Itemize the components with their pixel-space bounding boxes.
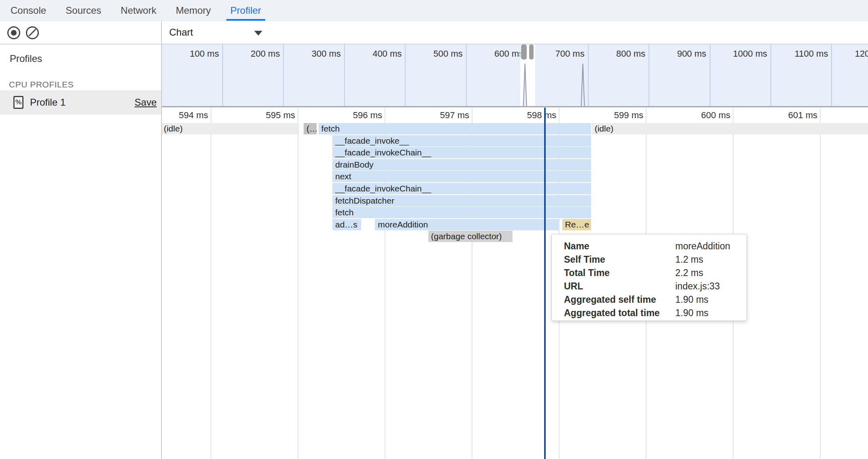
flame-bar--facade-invokechain-[interactable]: __facade_invokeChain__ bbox=[332, 183, 591, 194]
flame-bar-next[interactable]: next bbox=[332, 171, 591, 182]
tooltip-row: NamemoreAddition bbox=[552, 240, 747, 253]
tooltip-row: Total Time2.2 ms bbox=[552, 266, 747, 280]
tooltip-row: Aggregated total time1.90 ms bbox=[552, 306, 747, 320]
flame-bar-ad-s[interactable]: ad…s bbox=[332, 219, 361, 230]
profile-document-icon: % bbox=[13, 96, 23, 109]
ruler-tick-label: 600 ms bbox=[649, 110, 730, 121]
flame-gridline bbox=[298, 108, 298, 459]
tooltip-value: moreAddition bbox=[675, 240, 730, 253]
flame-bar-drainbody[interactable]: drainBody bbox=[332, 159, 591, 170]
ruler-tick-label: 595 ms bbox=[214, 110, 295, 121]
flame-bar-re-e[interactable]: Re…e bbox=[562, 219, 591, 230]
ruler-tick-label: 596 ms bbox=[301, 110, 382, 121]
flame-bar-fetchdispatcher[interactable]: fetchDispatcher bbox=[332, 195, 591, 206]
flame-bar-moreaddition[interactable]: moreAddition bbox=[375, 219, 559, 230]
tooltip-value: 1.2 ms bbox=[675, 253, 703, 266]
frame-tooltip: NamemoreAdditionSelf Time1.2 msTotal Tim… bbox=[551, 234, 747, 321]
flame-gridline bbox=[211, 108, 211, 459]
devtools-profiler-panel: ConsoleSourcesNetworkMemoryProfiler Char… bbox=[0, 0, 868, 459]
ruler-tick-label: 601 ms bbox=[736, 110, 817, 121]
tooltip-label: Name bbox=[564, 240, 589, 253]
profiler-toolbar bbox=[0, 21, 161, 44]
tooltip-row: Self Time1.2 ms bbox=[552, 253, 747, 266]
save-profile-link[interactable]: Save bbox=[134, 97, 157, 108]
tab-network[interactable]: Network bbox=[117, 0, 160, 21]
chart-toolbar: Chart bbox=[162, 21, 868, 44]
tooltip-value: 2.2 ms bbox=[675, 266, 703, 280]
sidebar-title: Profiles bbox=[10, 53, 42, 64]
tooltip-label: Aggregated total time bbox=[564, 306, 660, 320]
view-mode-label: Chart bbox=[169, 27, 193, 38]
sidebar-section-cpu-profiles: CPU PROFILES bbox=[9, 80, 74, 89]
tooltip-value: index.js:33 bbox=[675, 280, 720, 293]
tooltip-label: Self Time bbox=[564, 253, 605, 266]
tab-console[interactable]: Console bbox=[6, 0, 50, 21]
view-mode-select[interactable]: Chart bbox=[169, 21, 193, 44]
tooltip-label: Aggregated self time bbox=[564, 293, 656, 306]
flame-bar-fetch[interactable]: fetch bbox=[319, 123, 591, 134]
flame-bar--facade-invoke-[interactable]: __facade_invoke__ bbox=[332, 135, 591, 147]
tooltip-value: 1.90 ms bbox=[675, 306, 708, 320]
playhead-line[interactable] bbox=[544, 108, 546, 459]
timeline-overview[interactable]: 100 ms200 ms300 ms400 ms500 ms600 ms700 … bbox=[162, 45, 868, 108]
tab-memory[interactable]: Memory bbox=[172, 0, 215, 21]
tooltip-label: URL bbox=[564, 280, 583, 293]
tooltip-value: 1.90 ms bbox=[675, 293, 708, 306]
flame-bar--facade-invokechain-[interactable]: __facade_invokeChain__ bbox=[332, 147, 591, 158]
record-icon[interactable] bbox=[7, 26, 20, 39]
tab-sources[interactable]: Sources bbox=[62, 0, 105, 21]
flame-bar--idle-[interactable]: (idle) bbox=[592, 123, 868, 134]
flame-bar--idle-[interactable]: (idle) bbox=[162, 123, 299, 134]
flame-bar--garbage-collector-[interactable]: (garbage collector) bbox=[428, 231, 513, 242]
cpu-activity-spikes bbox=[162, 45, 868, 108]
flame-bar-fetch[interactable]: fetch bbox=[332, 207, 591, 218]
flame-gridline bbox=[820, 108, 821, 459]
profile-name: Profile 1 bbox=[30, 97, 66, 108]
tooltip-label: Total Time bbox=[564, 266, 610, 280]
profile-list-item[interactable]: % Profile 1 Save bbox=[0, 90, 161, 115]
tab-profiler[interactable]: Profiler bbox=[226, 0, 265, 21]
tooltip-row: URLindex.js:33 bbox=[552, 280, 747, 293]
chevron-down-icon bbox=[254, 31, 262, 36]
ruler-tick-label: 599 ms bbox=[562, 110, 643, 121]
flame-bar--[interactable]: (… bbox=[304, 123, 317, 134]
flame-chart[interactable]: 594 ms595 ms596 ms597 ms598 ms599 ms600 … bbox=[162, 108, 868, 459]
ruler-tick-label: 597 ms bbox=[388, 110, 469, 121]
tooltip-row: Aggregated self time1.90 ms bbox=[552, 293, 747, 306]
overview-baseline bbox=[162, 106, 868, 107]
ruler-tick-label: 594 ms bbox=[162, 110, 208, 121]
clear-icon[interactable] bbox=[26, 26, 39, 39]
tab-bar: ConsoleSourcesNetworkMemoryProfiler bbox=[0, 0, 868, 21]
